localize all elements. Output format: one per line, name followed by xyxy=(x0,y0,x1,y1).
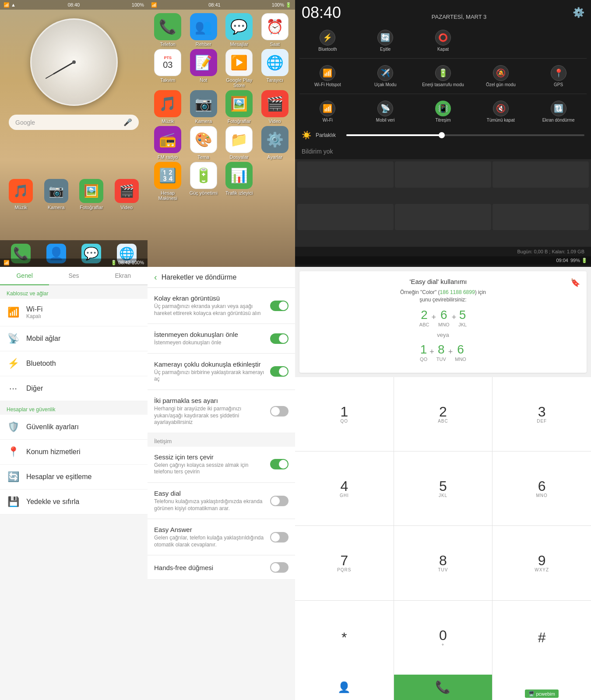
app-telefon[interactable]: 📞 Telefon xyxy=(151,13,185,47)
settings-konum[interactable]: 📍 Konum hizmetleri xyxy=(0,440,148,465)
dial-num-6b: 6 xyxy=(457,343,464,357)
qs-bluetooth[interactable]: ⚡ Bluetooth xyxy=(299,28,356,54)
app-ayarlar[interactable]: ⚙️ Ayarlar xyxy=(258,126,292,160)
bluetooth-settings-icon: ⚡ xyxy=(7,358,20,369)
google-search-bar[interactable]: Google 🎤 xyxy=(9,115,139,130)
gesture-kolay-ekran[interactable]: Kolay ekran görüntüsü Üç parmağınızı ekr… xyxy=(148,288,295,324)
settings-mobil-aglar[interactable]: 📡 Mobil ağlar xyxy=(0,326,148,351)
dial-key-0[interactable]: 0 + xyxy=(394,601,492,675)
app-saat[interactable]: ⏰ Saat xyxy=(258,13,292,47)
gesture-easy-dial[interactable]: Easy dial Telefonu kulağınıza yaklaştırd… xyxy=(148,483,295,519)
gesture-kamera-text: Kamerayı çoklu dokunuşla etkinleştir Üç … xyxy=(154,360,266,383)
gesture-easy-answer-toggle[interactable] xyxy=(270,532,288,542)
app-not[interactable]: 📝 Not xyxy=(187,49,221,88)
home-icon-camera[interactable]: 📷 Kamera xyxy=(40,179,73,210)
qs-titresim-label: Titreşim xyxy=(435,118,450,122)
dial-key-6[interactable]: 6 MNO xyxy=(492,452,591,525)
dial-contacts-button[interactable]: 👤 xyxy=(295,675,394,700)
gesture-kolay-ekran-toggle[interactable] xyxy=(270,301,288,311)
app-fm[interactable]: 📻 FM radyo xyxy=(151,126,185,160)
dial-key-9[interactable]: 9 WXYZ xyxy=(492,526,591,600)
app-video[interactable]: 🎬 Video xyxy=(258,90,292,124)
settings-diger[interactable]: ··· Diğer xyxy=(0,376,148,401)
app-tema[interactable]: 🎨 Tema xyxy=(187,126,221,160)
qs-ucak-modu[interactable]: ✈️ Uçak Modu xyxy=(357,63,414,89)
dial-key-2[interactable]: 2 ABC xyxy=(394,377,492,451)
dial-key-3[interactable]: 3 DEF xyxy=(492,377,591,451)
easy-dial-numbers-row2: 1 QO + 8 TUV + 6 MNO xyxy=(306,343,580,362)
gesture-easy-dial-toggle[interactable] xyxy=(270,496,288,506)
app-rehber[interactable]: 👥 Rehber xyxy=(187,13,221,47)
dial-key-8[interactable]: 8 TUV xyxy=(394,526,492,600)
gesture-istenmeyen[interactable]: İstenmeyen dokunuşları önle İstenmeyen d… xyxy=(148,324,295,354)
preview-app-3 xyxy=(492,161,589,188)
gesture-handsfree-toggle[interactable] xyxy=(270,562,288,573)
settings-hesaplar[interactable]: 🔄 Hesaplar ve eşitleme xyxy=(0,465,148,490)
dial-key-4[interactable]: 4 GHI xyxy=(295,452,394,525)
settings-yedekle[interactable]: 💾 Yedekle ve sıfırla xyxy=(0,490,148,514)
gesture-handsfree[interactable]: Hands-free düğmesi xyxy=(148,556,295,580)
back-button[interactable]: ‹ xyxy=(154,272,157,282)
gesture-kamera-toggle[interactable] xyxy=(270,366,288,377)
home-icon-photos[interactable]: 🖼️ Fotoğraflar xyxy=(75,179,108,210)
settings-bluetooth[interactable]: ⚡ Bluetooth xyxy=(0,351,148,376)
settings-guvenlik[interactable]: 🛡️ Güvenlik ayarları xyxy=(0,415,148,440)
home-icon-video[interactable]: 🎬 Video xyxy=(110,179,144,210)
dial-key-star[interactable]: * xyxy=(295,601,394,675)
qs-ozel-gun[interactable]: 🔕 Özel gün modu xyxy=(472,63,529,89)
tab-ekran[interactable]: Ekran xyxy=(98,267,148,284)
qs-kapat[interactable]: ⭕ Kapat xyxy=(415,28,471,54)
app-guc-label: Güç yönetimi xyxy=(190,190,218,196)
qs-wifi[interactable]: 📶 Wi-Fi xyxy=(299,98,356,125)
qs-enerji[interactable]: 🔋 Enerji tasarrufu modu xyxy=(415,63,471,89)
tab-ses[interactable]: Ses xyxy=(49,267,98,284)
gesture-iki-parmak-text: İki parmakla ses ayarı Herhangi bir aray… xyxy=(154,397,266,426)
dial-call-button[interactable]: 📞 xyxy=(394,675,492,700)
qs-esitle[interactable]: 🔄 Eşitle xyxy=(357,28,414,54)
mute-all-icon: 🔇 xyxy=(493,101,509,116)
settings-wifi[interactable]: 📶 Wi-Fi Kapalı xyxy=(0,299,148,326)
qs-mobil-veri[interactable]: 📡 Mobil veri xyxy=(357,98,414,125)
gesture-sessiz-toggle[interactable] xyxy=(270,459,288,469)
dial-key-hash[interactable]: # xyxy=(492,601,591,675)
dial-num-5: 5 xyxy=(459,308,466,322)
brightness-slider[interactable] xyxy=(346,134,584,136)
qs-ekran-dondurme[interactable]: 🔃 Ekran döndürme xyxy=(530,98,587,125)
voice-search-icon[interactable]: 🎤 xyxy=(123,118,132,126)
dial-letters-display-def: DEF xyxy=(537,419,547,424)
app-takvim-label: Takvim xyxy=(160,77,175,83)
qs-wifi-hotspot[interactable]: 📶 Wi-Fi Hotspot xyxy=(299,63,356,89)
app-tarayici[interactable]: 🌐 Tarayıcı xyxy=(258,49,292,88)
gesture-easy-answer-text: Easy Answer Gelen çağrılar, telefon kula… xyxy=(154,526,266,548)
app-playstore[interactable]: ▶️ Google Play Store xyxy=(222,49,256,88)
app-trafik[interactable]: 📊 Trafik izleyici xyxy=(222,162,256,201)
app-mesajlar-label: Mesajlar xyxy=(230,42,248,47)
app-muzik[interactable]: 🎵 Müzik xyxy=(151,90,185,124)
brightness-fill xyxy=(346,134,442,136)
app-kamera[interactable]: 📷 Kamera xyxy=(187,90,221,124)
tab-genel[interactable]: Genel xyxy=(0,267,49,285)
qs-tumunu-kapat[interactable]: 🔇 Tümünü kapat xyxy=(472,98,529,125)
qs-titresim[interactable]: 📳 Titreşim xyxy=(415,98,471,125)
settings-icon[interactable]: ⚙️ xyxy=(573,7,584,18)
app-guc[interactable]: 🔋 Güç yönetimi xyxy=(187,162,221,201)
dial-key-1[interactable]: 1 QO xyxy=(295,377,394,451)
gesture-sessiz[interactable]: Sessiz için ters çevir Gelen çağrıyı kol… xyxy=(148,447,295,483)
qs-gps[interactable]: 📍 GPS xyxy=(530,63,587,89)
dial-key-5[interactable]: 5 JKL xyxy=(394,452,492,525)
gesture-iki-parmak-toggle[interactable] xyxy=(270,406,288,416)
app-dosyalar[interactable]: 📁 Dosyalar xyxy=(222,126,256,160)
app-mesajlar[interactable]: 💬 Mesajlar xyxy=(222,13,256,47)
gesture-kamera[interactable]: Kamerayı çoklu dokunuşla etkinleştir Üç … xyxy=(148,354,295,390)
gesture-istenmeyen-toggle[interactable] xyxy=(270,333,288,344)
gesture-iki-parmak[interactable]: İki parmakla ses ayarı Herhangi bir aray… xyxy=(148,390,295,433)
home-icon-music[interactable]: 🎵 Müzik xyxy=(4,179,38,210)
app-takvim[interactable]: PTS03 Takvim xyxy=(151,49,185,88)
app-rehber-label: Rehber xyxy=(196,42,211,47)
dial-key-7[interactable]: 7 PQRS xyxy=(295,526,394,600)
app-fotograflar[interactable]: 🖼️ Fotoğraflar xyxy=(222,90,256,124)
brightness-row[interactable]: ☀️ Parlaklık xyxy=(295,127,591,144)
gesture-easy-answer[interactable]: Easy Answer Gelen çağrılar, telefon kula… xyxy=(148,519,295,555)
app-hesap-makinesi[interactable]: 🔢 Hesap Makinesi xyxy=(151,162,185,201)
qs-notification-text: Bildirim yok xyxy=(295,144,591,159)
